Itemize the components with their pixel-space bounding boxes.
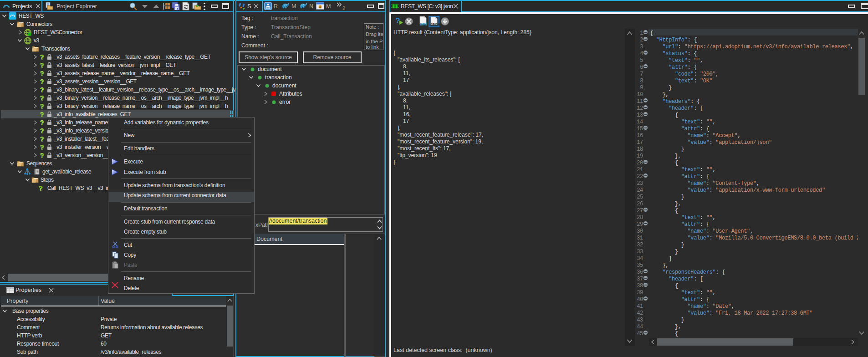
svg-text:xml: xml [420,22,427,26]
svg-text:JSON: JSON [431,22,440,26]
